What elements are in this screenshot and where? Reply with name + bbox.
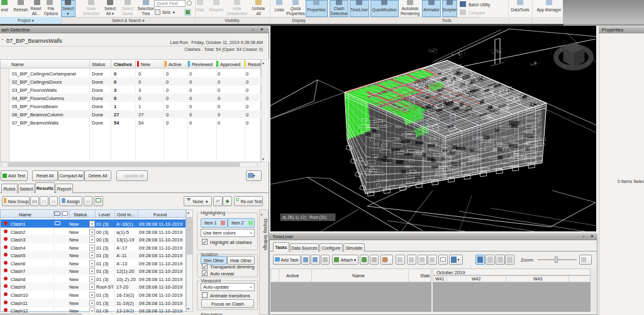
- svg-text:d(-2B)-1(-12) : Roof (31): d(-2B)-1(-12) : Roof (31): [282, 215, 326, 220]
- svg-text:N: N: [560, 48, 562, 52]
- svg-text:E: E: [587, 61, 589, 65]
- svg-text:S: S: [563, 65, 565, 69]
